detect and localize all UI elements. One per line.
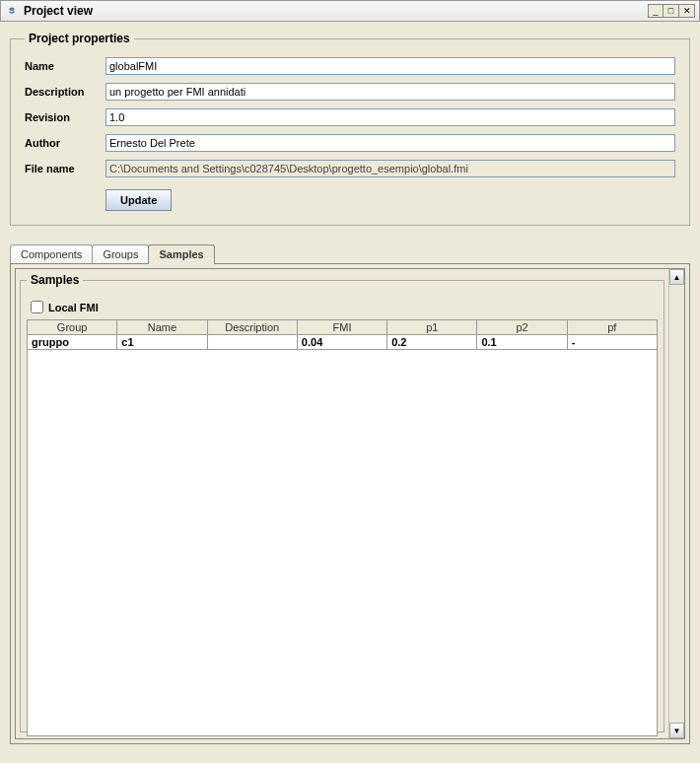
tab-components[interactable]: Components <box>10 244 93 263</box>
tab-strip: Components Groups Samples <box>10 243 690 263</box>
maximize-button[interactable]: □ <box>664 4 679 18</box>
revision-field[interactable] <box>105 108 675 126</box>
project-properties-fieldset: Project properties Name Description Revi… <box>10 32 690 226</box>
project-properties-legend: Project properties <box>25 32 134 45</box>
samples-table: Group Name Description FMI p1 p2 pf <box>27 319 658 350</box>
titlebar: Project view _ □ ✕ <box>0 0 700 22</box>
samples-fieldset: Samples Local FMI Group Name Description… <box>20 273 665 732</box>
scroll-up-button[interactable]: ▲ <box>669 269 684 285</box>
close-button[interactable]: ✕ <box>679 4 695 18</box>
cell-pf[interactable]: - <box>567 335 657 350</box>
table-empty-area <box>27 350 658 736</box>
cell-p1[interactable]: 0.2 <box>387 335 477 350</box>
filename-field <box>105 160 675 177</box>
scroll-track[interactable] <box>669 285 684 723</box>
tab-panel: Samples Local FMI Group Name Description… <box>10 263 690 744</box>
cell-p2[interactable]: 0.1 <box>477 335 567 350</box>
col-p1[interactable]: p1 <box>387 320 477 335</box>
filename-label: File name <box>25 163 105 174</box>
java-icon <box>5 4 19 18</box>
minimize-button[interactable]: _ <box>648 4 664 18</box>
col-fmi[interactable]: FMI <box>297 320 386 335</box>
revision-label: Revision <box>25 111 105 123</box>
description-label: Description <box>25 86 105 98</box>
col-group[interactable]: Group <box>28 320 117 335</box>
table-row[interactable]: gruppo c1 0.04 0.2 0.1 - <box>28 335 658 350</box>
window-controls: _ □ ✕ <box>648 4 695 18</box>
local-fmi-checkbox[interactable] <box>31 301 43 313</box>
col-name[interactable]: Name <box>117 320 207 335</box>
window-title: Project view <box>24 4 648 18</box>
author-label: Author <box>25 137 105 149</box>
scrollpane: Samples Local FMI Group Name Description… <box>15 268 685 739</box>
update-button[interactable]: Update <box>105 189 172 211</box>
scroll-down-button[interactable]: ▼ <box>669 723 684 738</box>
local-fmi-label: Local FMI <box>48 302 99 313</box>
vertical-scrollbar[interactable]: ▲ ▼ <box>668 269 684 738</box>
tab-groups[interactable]: Groups <box>92 244 149 263</box>
description-field[interactable] <box>105 83 675 101</box>
name-field[interactable] <box>105 57 675 75</box>
author-field[interactable] <box>105 134 675 152</box>
col-pf[interactable]: pf <box>567 320 657 335</box>
samples-legend: Samples <box>27 273 83 287</box>
name-label: Name <box>25 60 105 72</box>
cell-description[interactable] <box>207 335 297 350</box>
cell-fmi[interactable]: 0.04 <box>297 335 386 350</box>
cell-group[interactable]: gruppo <box>28 335 117 350</box>
cell-name[interactable]: c1 <box>117 335 207 350</box>
col-description[interactable]: Description <box>207 320 297 335</box>
col-p2[interactable]: p2 <box>477 320 567 335</box>
tab-samples[interactable]: Samples <box>148 244 214 264</box>
